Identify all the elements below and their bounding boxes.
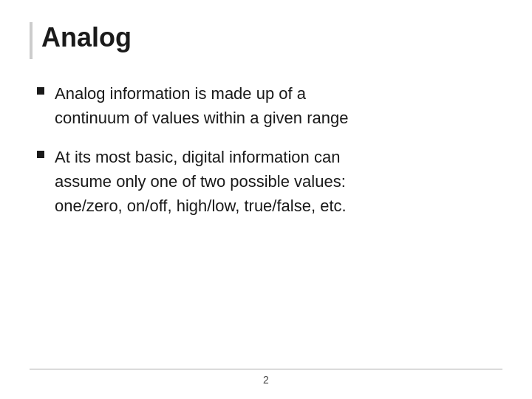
bullet-square-2 [37,151,44,158]
bullet2-line2: assume only one of two possible values: [55,172,346,191]
bullet2-line3: one/zero, on/off, high/low, true/false, … [55,197,347,215]
bullet2-line1: At its most basic, digital information c… [55,148,340,166]
bullet-item-1: Analog information is made up of a conti… [37,81,502,130]
bullet1-line2: continuum of values within a given range [55,109,348,127]
slide-container: Analog Analog information is made up of … [0,0,532,399]
bullet-text-1: Analog information is made up of a conti… [55,81,348,130]
bullet-item-2: At its most basic, digital information c… [37,145,502,218]
page-number: 2 [263,374,269,386]
bullet1-line1: Analog information is made up of a [55,84,306,103]
bottom-divider [30,369,502,369]
slide-title: Analog [30,22,502,59]
content-area: Analog information is made up of a conti… [30,81,502,369]
bullet-square-1 [37,87,44,95]
bullet-text-2: At its most basic, digital information c… [55,145,347,218]
